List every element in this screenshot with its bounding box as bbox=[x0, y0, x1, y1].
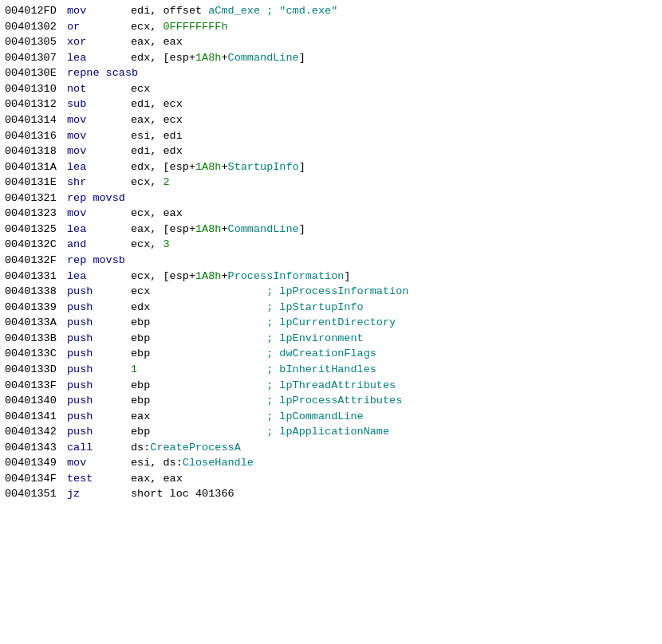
operands: ebp ; lpApplicationName bbox=[131, 424, 389, 440]
disasm-line[interactable]: 00401318 mov edi, edx bbox=[0, 143, 662, 159]
address: 0040133B bbox=[5, 331, 67, 347]
disasm-line[interactable]: 0040130E repne scasb bbox=[0, 65, 662, 81]
operands: short loc 401366 bbox=[131, 486, 234, 502]
mnemonic: not bbox=[67, 81, 131, 97]
address: 0040132C bbox=[5, 237, 67, 253]
disasm-line[interactable]: 00401342 push ebp ; lpApplicationName bbox=[0, 424, 662, 440]
address: 0040132F bbox=[5, 253, 67, 269]
address: 0040131E bbox=[5, 175, 67, 190]
disasm-line[interactable]: 00401331 lea ecx, [esp+1A8h+ProcessInfor… bbox=[0, 269, 662, 285]
disasm-line[interactable]: 00401349 mov esi, ds:CloseHandle bbox=[0, 455, 662, 471]
operands: eax, [esp+1A8h+CommandLine] bbox=[131, 222, 305, 238]
operands: ecx bbox=[131, 81, 150, 97]
mnemonic: push bbox=[67, 393, 131, 409]
mnemonic: push bbox=[67, 424, 131, 440]
mnemonic: push bbox=[67, 378, 131, 394]
disasm-line[interactable]: 00401310 not ecx bbox=[0, 81, 662, 97]
mnemonic: push bbox=[67, 315, 131, 331]
disasm-line[interactable]: 0040133A push ebp ; lpCurrentDirectory bbox=[0, 315, 662, 331]
operands: edx ; lpStartupInfo bbox=[131, 300, 364, 316]
disasm-line[interactable]: 00401302 or ecx, 0FFFFFFFFh bbox=[0, 19, 662, 35]
operands: 1 ; bInheritHandles bbox=[131, 362, 376, 378]
disasm-line[interactable]: 00401341 push eax ; lpCommandLine bbox=[0, 409, 662, 425]
disasm-line[interactable]: 0040132F rep movsb bbox=[0, 253, 662, 269]
disasm-line[interactable]: 0040133D push 1 ; bInheritHandles bbox=[0, 362, 662, 378]
mnemonic: sub bbox=[67, 96, 131, 112]
disasm-line[interactable]: 0040134F test eax, eax bbox=[0, 471, 662, 487]
address: 00401325 bbox=[5, 222, 67, 238]
disasm-line[interactable]: 0040131A lea edx, [esp+1A8h+StartupInfo] bbox=[0, 159, 662, 175]
disasm-line[interactable]: 00401325 lea eax, [esp+1A8h+CommandLine] bbox=[0, 222, 662, 238]
disasm-line[interactable]: 00401312 sub edi, ecx bbox=[0, 96, 662, 112]
operands: edx, [esp+1A8h+CommandLine] bbox=[131, 50, 305, 66]
operands: esi, edi bbox=[131, 128, 183, 144]
mnemonic: rep movsd bbox=[67, 190, 125, 206]
mnemonic: push bbox=[67, 331, 131, 347]
address: 00401316 bbox=[5, 128, 67, 144]
address: 00401312 bbox=[5, 96, 67, 112]
mnemonic: push bbox=[67, 300, 131, 316]
disasm-line[interactable]: 00401316 mov esi, edi bbox=[0, 128, 662, 144]
disasm-line[interactable]: 0040133F push ebp ; lpThreadAttributes bbox=[0, 378, 662, 394]
disasm-line[interactable]: 00401343 call ds:CreateProcessA bbox=[0, 440, 662, 456]
disasm-line[interactable]: 00401307 lea edx, [esp+1A8h+CommandLine] bbox=[0, 50, 662, 66]
address: 00401307 bbox=[5, 50, 67, 66]
address: 00401321 bbox=[5, 190, 67, 206]
disasm-line[interactable]: 0040133C push ebp ; dwCreationFlags bbox=[0, 346, 662, 362]
operands: ecx, 0FFFFFFFFh bbox=[131, 19, 228, 35]
mnemonic: xor bbox=[67, 34, 131, 50]
operands: edx, [esp+1A8h+StartupInfo] bbox=[131, 159, 305, 175]
mnemonic: push bbox=[67, 362, 131, 378]
disasm-line[interactable]: 00401314 mov eax, ecx bbox=[0, 112, 662, 128]
operands: edi, edx bbox=[131, 143, 183, 159]
address: 0040134F bbox=[5, 471, 67, 487]
operands: esi, ds:CloseHandle bbox=[131, 455, 254, 471]
address: 00401305 bbox=[5, 34, 67, 50]
mnemonic: mov bbox=[67, 3, 131, 19]
mnemonic: push bbox=[67, 346, 131, 362]
address: 004012FD bbox=[5, 3, 67, 19]
address: 00401340 bbox=[5, 393, 67, 409]
mnemonic: lea bbox=[67, 222, 131, 238]
operands: ecx, 3 bbox=[131, 237, 170, 253]
disasm-line[interactable]: 00401339 push edx ; lpStartupInfo bbox=[0, 300, 662, 316]
mnemonic: shr bbox=[67, 175, 131, 190]
address: 00401318 bbox=[5, 143, 67, 159]
disasm-line[interactable]: 00401323 mov ecx, eax bbox=[0, 206, 662, 222]
disasm-line[interactable]: 0040132C and ecx, 3 bbox=[0, 237, 662, 253]
disasm-line[interactable]: 00401305 xor eax, eax bbox=[0, 34, 662, 50]
address: 0040130E bbox=[5, 65, 67, 81]
address: 00401314 bbox=[5, 112, 67, 128]
operands: ebp ; lpThreadAttributes bbox=[131, 378, 396, 394]
operands: ecx, eax bbox=[131, 206, 183, 222]
operands: eax, ecx bbox=[131, 112, 183, 128]
mnemonic: lea bbox=[67, 50, 131, 66]
mnemonic: rep movsb bbox=[67, 253, 125, 269]
operands: edi, offset aCmd_exe ; "cmd.exe" bbox=[131, 3, 337, 19]
disasm-line[interactable]: 00401321 rep movsd bbox=[0, 190, 662, 206]
mnemonic: repne scasb bbox=[67, 65, 138, 81]
disasm-line[interactable]: 004012FD mov edi, offset aCmd_exe ; "cmd… bbox=[0, 3, 662, 19]
mnemonic: push bbox=[67, 409, 131, 425]
address: 0040133F bbox=[5, 378, 67, 394]
operands: eax, eax bbox=[131, 471, 183, 487]
operands: ecx, [esp+1A8h+ProcessInformation] bbox=[131, 269, 350, 285]
mnemonic: push bbox=[67, 284, 131, 300]
address: 00401331 bbox=[5, 269, 67, 285]
disasm-line[interactable]: 00401351 jz short loc 401366 bbox=[0, 486, 662, 502]
mnemonic: mov bbox=[67, 455, 131, 471]
disasm-line[interactable]: 00401338 push ecx ; lpProcessInformation bbox=[0, 284, 662, 300]
mnemonic: test bbox=[67, 471, 131, 487]
address: 00401339 bbox=[5, 300, 67, 316]
mnemonic: mov bbox=[67, 143, 131, 159]
address: 00401341 bbox=[5, 409, 67, 425]
disasm-line[interactable]: 0040133B push ebp ; lpEnvironment bbox=[0, 331, 662, 347]
address: 00401349 bbox=[5, 455, 67, 471]
address: 00401342 bbox=[5, 424, 67, 440]
mnemonic: or bbox=[67, 19, 131, 35]
operands: ebp ; lpEnvironment bbox=[131, 331, 364, 347]
disasm-line[interactable]: 0040131E shr ecx, 2 bbox=[0, 175, 662, 190]
disasm-line[interactable]: 00401340 push ebp ; lpProcessAttributes bbox=[0, 393, 662, 409]
mnemonic: jz bbox=[67, 486, 131, 502]
operands: eax, eax bbox=[131, 34, 183, 50]
